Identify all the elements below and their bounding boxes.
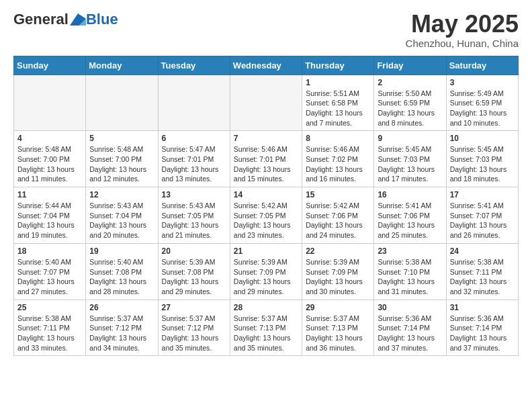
calendar-cell: 13Sunrise: 5:43 AMSunset: 7:05 PMDayligh… (158, 187, 230, 244)
day-info: Sunrise: 5:39 AMSunset: 7:09 PMDaylight:… (306, 257, 370, 297)
day-number: 17 (450, 190, 515, 199)
col-header-monday: Monday (86, 56, 158, 75)
calendar-cell: 2Sunrise: 5:50 AMSunset: 6:59 PMDaylight… (374, 75, 446, 131)
day-info: Sunrise: 5:48 AMSunset: 7:00 PMDaylight:… (17, 144, 82, 184)
calendar-cell: 30Sunrise: 5:36 AMSunset: 7:14 PMDayligh… (374, 300, 446, 356)
calendar-cell (158, 75, 230, 131)
calendar: SundayMondayTuesdayWednesdayThursdayFrid… (13, 56, 519, 357)
day-number: 15 (306, 190, 370, 199)
calendar-week-4: 25Sunrise: 5:38 AMSunset: 7:11 PMDayligh… (14, 300, 519, 356)
calendar-cell: 22Sunrise: 5:39 AMSunset: 7:09 PMDayligh… (302, 243, 374, 300)
calendar-cell: 26Sunrise: 5:37 AMSunset: 7:12 PMDayligh… (86, 300, 158, 356)
day-number: 9 (378, 134, 442, 143)
col-header-wednesday: Wednesday (230, 56, 302, 75)
logo-icon (70, 13, 86, 26)
calendar-cell: 4Sunrise: 5:48 AMSunset: 7:00 PMDaylight… (14, 131, 86, 187)
calendar-cell: 31Sunrise: 5:36 AMSunset: 7:14 PMDayligh… (446, 300, 518, 356)
day-info: Sunrise: 5:37 AMSunset: 7:12 PMDaylight:… (162, 314, 226, 353)
col-header-thursday: Thursday (302, 56, 374, 75)
day-number: 24 (450, 246, 515, 256)
day-info: Sunrise: 5:49 AMSunset: 6:59 PMDaylight:… (450, 89, 515, 128)
day-info: Sunrise: 5:37 AMSunset: 7:13 PMDaylight:… (234, 314, 298, 353)
calendar-week-0: 1Sunrise: 5:51 AMSunset: 6:58 PMDaylight… (14, 75, 519, 131)
day-number: 29 (306, 303, 370, 312)
day-info: Sunrise: 5:48 AMSunset: 7:00 PMDaylight:… (89, 144, 154, 184)
calendar-cell: 29Sunrise: 5:37 AMSunset: 7:13 PMDayligh… (302, 300, 374, 356)
day-number: 23 (378, 246, 442, 256)
logo-text: General Blue (13, 11, 118, 28)
calendar-cell: 16Sunrise: 5:41 AMSunset: 7:06 PMDayligh… (374, 187, 446, 244)
day-info: Sunrise: 5:41 AMSunset: 7:07 PMDaylight:… (450, 201, 515, 240)
calendar-cell: 1Sunrise: 5:51 AMSunset: 6:58 PMDaylight… (302, 75, 374, 131)
col-header-tuesday: Tuesday (158, 56, 230, 75)
header: General Blue May 2025 Chenzhou, Hunan, C… (13, 11, 519, 49)
col-header-friday: Friday (374, 56, 446, 75)
calendar-cell: 5Sunrise: 5:48 AMSunset: 7:00 PMDaylight… (86, 131, 158, 187)
calendar-cell: 7Sunrise: 5:46 AMSunset: 7:01 PMDaylight… (230, 131, 302, 187)
day-number: 25 (17, 303, 82, 312)
calendar-cell: 24Sunrise: 5:38 AMSunset: 7:11 PMDayligh… (446, 243, 518, 300)
day-number: 31 (450, 303, 515, 312)
logo-blue: Blue (86, 11, 118, 28)
calendar-week-3: 18Sunrise: 5:40 AMSunset: 7:07 PMDayligh… (14, 243, 519, 300)
calendar-cell: 20Sunrise: 5:39 AMSunset: 7:08 PMDayligh… (158, 243, 230, 300)
calendar-cell: 19Sunrise: 5:40 AMSunset: 7:08 PMDayligh… (86, 243, 158, 300)
day-number: 30 (378, 303, 442, 312)
calendar-cell: 17Sunrise: 5:41 AMSunset: 7:07 PMDayligh… (446, 187, 518, 244)
day-info: Sunrise: 5:37 AMSunset: 7:12 PMDaylight:… (89, 314, 154, 353)
day-info: Sunrise: 5:43 AMSunset: 7:04 PMDaylight:… (89, 201, 154, 240)
logo-general: General (13, 11, 69, 28)
day-number: 3 (450, 78, 515, 87)
day-info: Sunrise: 5:40 AMSunset: 7:07 PMDaylight:… (17, 257, 82, 297)
day-info: Sunrise: 5:38 AMSunset: 7:10 PMDaylight:… (378, 257, 442, 297)
day-number: 7 (234, 134, 298, 143)
col-header-saturday: Saturday (446, 56, 518, 75)
day-info: Sunrise: 5:37 AMSunset: 7:13 PMDaylight:… (306, 314, 370, 353)
calendar-cell: 14Sunrise: 5:42 AMSunset: 7:05 PMDayligh… (230, 187, 302, 244)
day-info: Sunrise: 5:51 AMSunset: 6:58 PMDaylight:… (306, 89, 370, 128)
day-info: Sunrise: 5:46 AMSunset: 7:01 PMDaylight:… (234, 144, 298, 184)
day-info: Sunrise: 5:44 AMSunset: 7:04 PMDaylight:… (17, 201, 82, 240)
day-number: 20 (162, 246, 226, 256)
calendar-cell: 25Sunrise: 5:38 AMSunset: 7:11 PMDayligh… (14, 300, 86, 356)
day-number: 22 (306, 246, 370, 256)
day-number: 27 (162, 303, 226, 312)
day-number: 13 (162, 190, 226, 199)
logo: General Blue (13, 11, 118, 28)
day-info: Sunrise: 5:39 AMSunset: 7:08 PMDaylight:… (162, 257, 226, 297)
day-info: Sunrise: 5:42 AMSunset: 7:06 PMDaylight:… (306, 201, 370, 240)
calendar-cell: 9Sunrise: 5:45 AMSunset: 7:03 PMDaylight… (374, 131, 446, 187)
day-number: 4 (17, 134, 82, 143)
calendar-cell: 28Sunrise: 5:37 AMSunset: 7:13 PMDayligh… (230, 300, 302, 356)
calendar-cell: 12Sunrise: 5:43 AMSunset: 7:04 PMDayligh… (86, 187, 158, 244)
calendar-cell: 23Sunrise: 5:38 AMSunset: 7:10 PMDayligh… (374, 243, 446, 300)
day-info: Sunrise: 5:39 AMSunset: 7:09 PMDaylight:… (234, 257, 298, 297)
calendar-week-2: 11Sunrise: 5:44 AMSunset: 7:04 PMDayligh… (14, 187, 519, 244)
day-number: 26 (89, 303, 154, 312)
day-info: Sunrise: 5:45 AMSunset: 7:03 PMDaylight:… (450, 144, 515, 184)
day-info: Sunrise: 5:46 AMSunset: 7:02 PMDaylight:… (306, 144, 370, 184)
day-number: 12 (89, 190, 154, 199)
calendar-cell: 15Sunrise: 5:42 AMSunset: 7:06 PMDayligh… (302, 187, 374, 244)
day-number: 21 (234, 246, 298, 256)
title-block: May 2025 Chenzhou, Hunan, China (406, 11, 519, 49)
day-number: 28 (234, 303, 298, 312)
calendar-cell: 10Sunrise: 5:45 AMSunset: 7:03 PMDayligh… (446, 131, 518, 187)
location: Chenzhou, Hunan, China (406, 38, 519, 49)
day-info: Sunrise: 5:47 AMSunset: 7:01 PMDaylight:… (162, 144, 226, 184)
day-info: Sunrise: 5:42 AMSunset: 7:05 PMDaylight:… (234, 201, 298, 240)
day-number: 16 (378, 190, 442, 199)
calendar-cell (86, 75, 158, 131)
calendar-cell: 3Sunrise: 5:49 AMSunset: 6:59 PMDaylight… (446, 75, 518, 131)
calendar-cell: 6Sunrise: 5:47 AMSunset: 7:01 PMDaylight… (158, 131, 230, 187)
calendar-cell: 8Sunrise: 5:46 AMSunset: 7:02 PMDaylight… (302, 131, 374, 187)
day-number: 19 (89, 246, 154, 256)
day-info: Sunrise: 5:40 AMSunset: 7:08 PMDaylight:… (89, 257, 154, 297)
calendar-cell (14, 75, 86, 131)
calendar-cell (230, 75, 302, 131)
calendar-week-1: 4Sunrise: 5:48 AMSunset: 7:00 PMDaylight… (14, 131, 519, 187)
day-number: 14 (234, 190, 298, 199)
month-year: May 2025 (406, 11, 519, 38)
day-number: 2 (378, 78, 442, 87)
day-info: Sunrise: 5:38 AMSunset: 7:11 PMDaylight:… (450, 257, 515, 297)
